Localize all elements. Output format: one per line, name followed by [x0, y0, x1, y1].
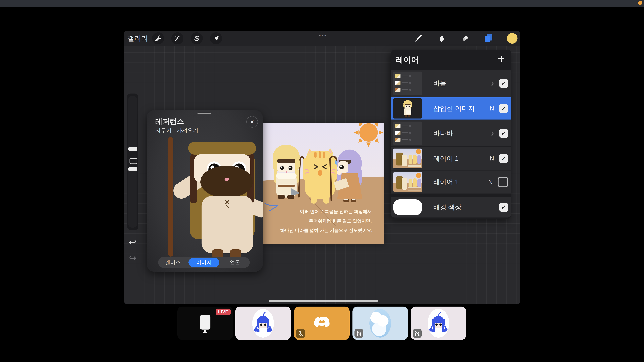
- layers-panel: 레이어 + 바울 › ✓: [391, 50, 511, 219]
- story-line-1: 여러 언어로 복음을 전하는 과정에서: [300, 209, 372, 214]
- layer-row-paul-group[interactable]: 바울 › ✓: [391, 70, 511, 97]
- screen-share-icon: [200, 315, 210, 330]
- avatar: [252, 309, 274, 338]
- selection-icon: S: [194, 34, 200, 42]
- headphones-slash-icon: [414, 331, 420, 336]
- layer-visibility-checkbox[interactable]: [498, 177, 508, 187]
- add-layer-button[interactable]: +: [498, 51, 505, 66]
- eraser-button[interactable]: [461, 34, 470, 43]
- modify-button[interactable]: [130, 158, 137, 164]
- status-bar: [0, 0, 644, 7]
- background-color-thumbnail[interactable]: [393, 199, 422, 215]
- reference-tab-bar: 캔버스 이미지 얼굴: [158, 257, 250, 268]
- screen-share-tile[interactable]: LIVE: [178, 307, 233, 340]
- reference-character: [146, 134, 263, 258]
- headphones-slash-icon: [356, 331, 362, 336]
- drag-handle[interactable]: [198, 113, 211, 114]
- layers-panel-title: 레이어: [396, 54, 419, 65]
- actions-button[interactable]: [152, 32, 164, 44]
- story-line-2: 무더위처럼 힘든 일도 있었지만,: [309, 219, 372, 224]
- brush-button[interactable]: [414, 34, 422, 43]
- check-icon: ✓: [501, 130, 506, 137]
- participant-tile-discord[interactable]: [294, 307, 350, 340]
- layer-row-inserted-image[interactable]: 삽입한 이미지 N ✓: [391, 97, 511, 120]
- layer-name: 바나바: [433, 129, 491, 138]
- layer-visibility-checkbox[interactable]: ✓: [499, 203, 508, 212]
- close-icon: ×: [250, 118, 254, 126]
- artwork-canvas[interactable]: 여러 언어로 복음을 전하는 과정에서 무더위처럼 힘든 일도 있었지만, 하나…: [263, 123, 384, 244]
- layer-visibility-checkbox[interactable]: ✓: [499, 129, 508, 138]
- reference-window[interactable]: 레퍼런스 지우기 가져오기 ×: [146, 110, 263, 272]
- layer-visibility-checkbox[interactable]: ✓: [499, 79, 508, 88]
- discord-logo-icon: [313, 315, 330, 328]
- deafened-badge: [413, 329, 422, 338]
- artwork-illustration: 여러 언어로 복음을 전하는 과정에서 무더위처럼 힘든 일도 있었지만, 하나…: [263, 123, 384, 244]
- color-swatch-button[interactable]: [507, 33, 518, 44]
- layers-icon: [484, 34, 493, 42]
- layer-name: 레이어 1: [433, 154, 490, 163]
- blend-mode-badge[interactable]: N: [488, 179, 493, 185]
- background-color-row[interactable]: 배경 색상 ✓: [391, 197, 511, 218]
- blend-mode-badge[interactable]: N: [490, 155, 494, 162]
- layer-list: 바울 › ✓: [391, 70, 511, 194]
- chevron-right-icon[interactable]: ›: [491, 79, 494, 88]
- participant-tile-1[interactable]: [235, 307, 291, 340]
- layer-thumbnail: [393, 149, 422, 168]
- gallery-button[interactable]: 갤러리: [127, 31, 148, 46]
- reference-image: [146, 134, 263, 258]
- clear-button[interactable]: 지우기: [155, 127, 172, 134]
- blend-mode-badge[interactable]: N: [490, 105, 494, 112]
- layer-visibility-checkbox[interactable]: ✓: [499, 104, 508, 113]
- check-icon: ✓: [501, 204, 506, 211]
- smudge-finger-icon: [437, 34, 446, 42]
- avatar: [370, 309, 391, 338]
- check-icon: ✓: [501, 80, 506, 87]
- home-indicator[interactable]: [269, 300, 378, 302]
- avatar: [428, 309, 449, 338]
- layer-thumbnail: [393, 98, 422, 118]
- layer-thumbnail: [393, 121, 422, 145]
- chevron-right-icon[interactable]: ›: [491, 129, 494, 138]
- tab-image[interactable]: 이미지: [188, 258, 219, 267]
- import-button[interactable]: 가져오기: [176, 127, 198, 134]
- participant-tile-cloud[interactable]: [352, 307, 408, 340]
- layer-name: 배경 색상: [433, 203, 499, 212]
- brush-icon: [414, 34, 422, 42]
- brush-size-handle[interactable]: [128, 147, 138, 151]
- layer-name: 삽입한 이미지: [433, 104, 490, 113]
- tab-canvas[interactable]: 캔버스: [158, 257, 188, 268]
- layer-thumbnail: [393, 172, 422, 192]
- layer-visibility-checkbox[interactable]: ✓: [499, 154, 508, 163]
- layer-row-layer1-hidden[interactable]: 레이어 1 N: [391, 171, 511, 194]
- layer-name: 바울: [433, 79, 491, 88]
- magic-wand-icon: [174, 35, 181, 42]
- opacity-slider[interactable]: [128, 166, 137, 228]
- canvas-options-handle[interactable]: •••: [313, 31, 333, 40]
- story-line-3: 하나님 나라를 넓혀 가는 기쁨으로 전도했어요.: [280, 228, 372, 233]
- screen: 여러 언어로 복음을 전하는 과정에서 무더위처럼 힘든 일도 있었지만, 하나…: [0, 0, 644, 362]
- selection-button[interactable]: S: [191, 32, 203, 44]
- adjustments-button[interactable]: [171, 32, 184, 44]
- eraser-icon: [461, 34, 470, 42]
- transform-button[interactable]: [210, 32, 222, 44]
- reference-title: 레퍼런스: [155, 117, 184, 126]
- opacity-handle[interactable]: [128, 167, 138, 171]
- undo-button[interactable]: ↩: [127, 237, 138, 247]
- brush-size-slider[interactable]: [128, 96, 137, 150]
- close-button[interactable]: ×: [246, 116, 258, 128]
- procreate-window: 여러 언어로 복음을 전하는 과정에서 무더위처럼 힘든 일도 있었지만, 하나…: [124, 31, 520, 304]
- participant-tile-2[interactable]: [411, 307, 466, 340]
- deafened-badge: [354, 329, 364, 338]
- layer-thumbnail: [393, 71, 422, 95]
- redo-button[interactable]: ↪: [127, 253, 138, 263]
- layer-name: 레이어 1: [433, 178, 488, 186]
- mic-slash-icon: [298, 330, 304, 337]
- smudge-button[interactable]: [437, 34, 446, 43]
- layer-row-layer1-visible[interactable]: 레이어 1 N ✓: [391, 147, 511, 171]
- layer-row-barnabas-group[interactable]: 바나바 › ✓: [391, 120, 511, 147]
- tab-face[interactable]: 얼굴: [220, 257, 250, 268]
- video-call-bar: LIVE: [0, 307, 644, 341]
- top-toolbar: 갤러리 S •••: [124, 31, 520, 46]
- layers-button[interactable]: [484, 34, 493, 43]
- mic-muted-badge: [296, 329, 305, 338]
